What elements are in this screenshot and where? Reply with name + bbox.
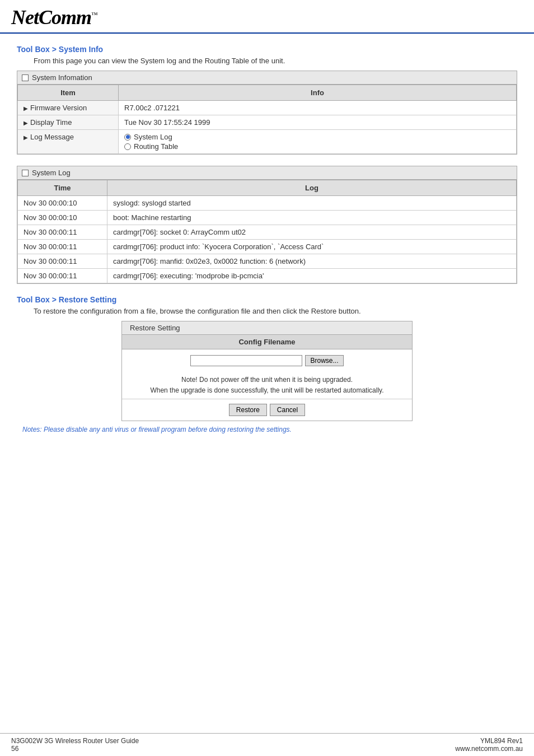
system-info-checkbox-icon [22,74,29,81]
restore-button-row: Restore Cancel [122,399,412,421]
log-time: Nov 30 00:00:10 [18,196,107,211]
item-display-time: ▶Display Time [18,115,119,130]
item-firmware: ▶Firmware Version [18,101,119,115]
radio-system-log-icon [124,134,131,141]
system-log-header: System Log [17,166,517,180]
section2-breadcrumb: Tool Box > Restore Setting [17,295,116,304]
log-entry: cardmgr[706]: manfid: 0x02e3, 0x0002 fun… [107,254,517,269]
system-log-panel: System Log Time Log Nov 30 00:00:10syslo… [17,166,517,284]
system-log-checkbox-icon [22,170,29,176]
footer-left: N3G002W 3G Wireless Router User Guide 56 [11,737,139,753]
log-time: Nov 30 00:00:11 [18,254,107,269]
radio-routing-table[interactable]: Routing Table [124,142,510,151]
info-display-time: Tue Nov 30 17:55:24 1999 [119,115,517,130]
system-log-title: System Log [32,169,71,177]
section2-description: To restore the configuration from a file… [34,307,517,315]
info-firmware: R7.00c2 .071221 [119,101,517,115]
table-row: Nov 30 00:00:11cardmgr[706]: socket 0: A… [18,225,517,240]
browse-row: Browse... [122,349,412,372]
col-log: Log [107,180,517,196]
footer-website: www.netcomm.com.au [455,745,523,753]
restore-notes: Note! Do not power off the unit when it … [122,372,412,399]
restore-button[interactable]: Restore [229,404,267,416]
system-info-table: Item Info ▶Firmware Version R7.00c2 .071… [17,85,517,154]
table-row: ▶Display Time Tue Nov 30 17:55:24 1999 [18,115,517,130]
log-entry: cardmgr[706]: executing: 'modprobe ib-pc… [107,269,517,283]
restore-note1: Note! Do not power off the unit when it … [128,375,406,385]
log-entry: cardmgr[706]: socket 0: ArrayComm ut02 [107,225,517,240]
section1-description: From this page you can view the System l… [34,57,517,65]
table-row: ▶Log Message System Log Routing Table [18,130,517,154]
log-time: Nov 30 00:00:10 [18,211,107,225]
radio-routing-table-label: Routing Table [134,142,178,151]
table-row: Nov 30 00:00:10syslogd: syslogd started [18,196,517,211]
footer-revision: YML894 Rev1 [455,737,523,745]
system-info-title: System Infomation [32,73,92,82]
logo-tm: ™ [91,11,97,18]
log-time: Nov 30 00:00:11 [18,269,107,283]
footer-page-number: 56 [11,745,139,753]
log-time: Nov 30 00:00:11 [18,225,107,240]
radio-routing-table-icon [124,143,131,150]
system-log-table: Time Log Nov 30 00:00:10syslogd: syslogd… [17,180,517,283]
radio-system-log-label: System Log [134,133,172,141]
table-row: Nov 30 00:00:11cardmgr[706]: executing: … [18,269,517,283]
log-entry: boot: Machine restarting [107,211,517,225]
log-time: Nov 30 00:00:11 [18,240,107,254]
footer-guide-title: N3G002W 3G Wireless Router User Guide [11,737,139,745]
info-log-message: System Log Routing Table [119,130,517,154]
col-time: Time [18,180,107,196]
table-row: Nov 30 00:00:10boot: Machine restarting [18,211,517,225]
log-entry: syslogd: syslogd started [107,196,517,211]
table-row: ▶Firmware Version R7.00c2 .071221 [18,101,517,115]
logo: NetComm™ [11,6,523,29]
header: NetComm™ [0,0,534,34]
item-log-message: ▶Log Message [18,130,119,154]
restore-panel-title: Restore Setting [130,324,180,332]
log-message-radio-group: System Log Routing Table [124,133,510,151]
radio-system-log[interactable]: System Log [124,133,510,141]
col-info: Info [119,85,517,101]
footer: N3G002W 3G Wireless Router User Guide 56… [0,733,534,756]
footer-right: YML894 Rev1 www.netcomm.com.au [455,737,523,753]
cancel-button[interactable]: Cancel [270,404,305,416]
browse-button[interactable]: Browse... [305,355,343,366]
table-row: Nov 30 00:00:11cardmgr[706]: manfid: 0x0… [18,254,517,269]
restore-panel-header: Restore Setting [122,321,412,335]
config-filename-header: Config Filename [122,335,412,349]
col-item: Item [18,85,119,101]
logo-text: NetComm [11,6,91,29]
file-input[interactable] [190,355,302,366]
restore-note2: When the upgrade is done successfully, t… [128,385,406,396]
table-row: Nov 30 00:00:11cardmgr[706]: product inf… [18,240,517,254]
italic-note: Notes: Please disable any anti virus or … [22,426,517,433]
log-entry: cardmgr[706]: product info: `Kyocera Cor… [107,240,517,254]
system-info-header: System Infomation [17,71,517,85]
main-content: Tool Box > System Info From this page yo… [0,34,534,439]
section2-heading: Tool Box > Restore Setting [17,295,517,304]
restore-panel: Restore Setting Config Filename Browse..… [121,321,413,421]
section1-heading: Tool Box > System Info [17,45,517,54]
system-info-panel: System Infomation Item Info ▶Firmware Ve… [17,71,517,155]
